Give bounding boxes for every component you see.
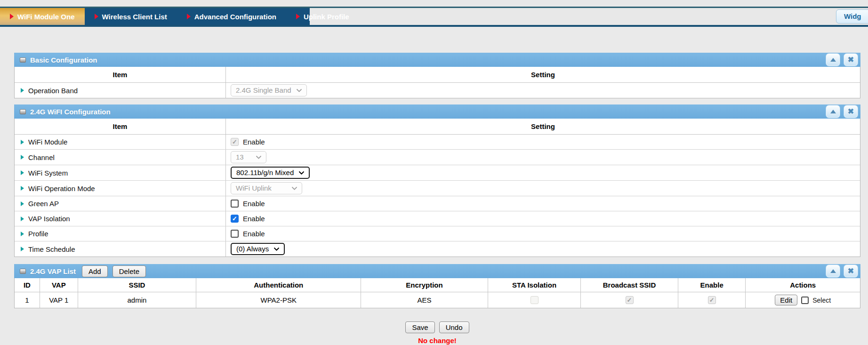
close-section-button[interactable]: ✖: [844, 53, 858, 66]
chevron-down-icon: [296, 88, 302, 92]
vap-list-header: 2.4G VAP List Add Delete ✖: [14, 264, 860, 278]
vap-list-table: ID VAP SSID Authentication Encryption ST…: [14, 278, 860, 308]
vap-id-cell: 1: [15, 292, 40, 308]
item-column-header: Item: [15, 67, 226, 82]
widget-button[interactable]: Widg: [836, 9, 868, 24]
vap-ssid-cell: admin: [78, 292, 196, 308]
tab-wireless-client-list[interactable]: Wireless Client List: [85, 8, 177, 25]
close-icon: ✖: [848, 56, 854, 64]
tab-arrow-icon: [95, 14, 98, 19]
wifi-operation-mode-select: WiFi Uplink: [231, 182, 302, 194]
tab-label: Advanced Configuration: [194, 13, 276, 21]
chevron-down-icon: [256, 155, 262, 159]
vap-encryption-cell: AES: [361, 292, 488, 308]
close-icon: ✖: [848, 267, 854, 275]
column-header-id: ID: [15, 278, 40, 292]
sta-isolation-checkbox: [530, 296, 538, 304]
vap-enable-checkbox: ✓: [708, 296, 716, 304]
item-arrow-icon: [21, 217, 24, 221]
chevron-down-icon: [298, 171, 305, 175]
column-header-actions: Actions: [746, 278, 860, 292]
tab-arrow-icon: [10, 14, 14, 19]
table-header-row: Item Setting: [15, 119, 860, 135]
wifi-system-row: WiFi System 802.11b/g/n Mixed: [15, 165, 860, 181]
column-header-enable: Enable: [678, 278, 746, 292]
item-label: Profile: [28, 230, 48, 238]
chevron-down-icon: [273, 247, 280, 251]
vap-name-cell: VAP 1: [40, 292, 78, 308]
green-ap-row: Green AP Enable: [15, 196, 860, 211]
setting-column-header: Setting: [226, 119, 860, 134]
column-header-sta-isolation: STA Isolation: [488, 278, 581, 292]
item-label: Green AP: [28, 200, 59, 208]
collapse-section-button[interactable]: [826, 53, 840, 66]
item-label: Channel: [28, 153, 55, 161]
tab-arrow-icon: [296, 14, 300, 19]
broadcast-ssid-checkbox: ✓: [626, 296, 634, 304]
add-vap-button[interactable]: Add: [82, 265, 108, 277]
item-label: VAP Isolation: [28, 215, 70, 223]
tab-strip-bottom-line: [0, 25, 868, 27]
router-admin-page: WiFi Module One Wireless Client List Adv…: [0, 0, 868, 345]
section-square-icon: [20, 269, 26, 274]
operation-band-select: 2.4G Single Band: [231, 84, 307, 96]
item-label: WiFi Module: [28, 138, 67, 146]
channel-select: 13: [231, 151, 266, 163]
item-label: Operation Band: [28, 87, 78, 95]
save-button[interactable]: Save: [405, 321, 434, 333]
column-header-encryption: Encryption: [361, 278, 488, 292]
green-ap-enable-checkbox[interactable]: [231, 200, 239, 208]
item-column-header: Item: [15, 119, 226, 134]
section-square-icon: [20, 57, 26, 63]
profile-enable-checkbox[interactable]: [231, 230, 239, 238]
collapse-section-button[interactable]: [826, 105, 840, 118]
column-header-broadcast-ssid: Broadcast SSID: [581, 278, 678, 292]
table-header-row: Item Setting: [15, 67, 860, 83]
triangle-up-icon: [830, 110, 836, 113]
wifi-module-enable-checkbox: ✓: [231, 138, 239, 146]
status-message: No change!: [418, 337, 457, 345]
section-title: 2.4G WiFI Configuration: [30, 108, 111, 116]
item-label: WiFi Operation Mode: [28, 185, 95, 193]
tab-label: Wireless Client List: [102, 13, 167, 21]
tab-strip: WiFi Module One Wireless Client List Adv…: [0, 8, 868, 25]
main-content: Basic Configuration ✖ Item Setting Opera…: [14, 53, 860, 345]
select-vap-checkbox[interactable]: [801, 297, 809, 304]
column-header-authentication: Authentication: [196, 278, 361, 292]
item-label: WiFi System: [28, 169, 68, 177]
footer-actions: Save Undo No change!: [14, 321, 860, 345]
time-schedule-select[interactable]: (0) Always: [231, 243, 285, 255]
tab-wifi-module-one[interactable]: WiFi Module One: [0, 8, 85, 25]
item-arrow-icon: [21, 232, 24, 236]
wifi-configuration-table: Item Setting WiFi Module ✓ Enable Channe…: [14, 119, 860, 257]
collapse-section-button[interactable]: [826, 265, 840, 278]
tab-advanced-configuration[interactable]: Advanced Configuration: [177, 8, 286, 25]
wifi-module-row: WiFi Module ✓ Enable: [15, 135, 860, 150]
tab-arrow-icon: [187, 14, 191, 19]
checkbox-label: Enable: [243, 215, 265, 223]
wifi-system-select[interactable]: 802.11b/g/n Mixed: [231, 167, 310, 179]
section-title: 2.4G VAP List: [30, 267, 76, 275]
checkbox-label: Enable: [243, 200, 265, 208]
delete-vap-button[interactable]: Delete: [113, 265, 146, 277]
channel-row: Channel 13: [15, 150, 860, 165]
setting-column-header: Setting: [226, 67, 860, 82]
operation-band-row: Operation Band 2.4G Single Band: [15, 83, 860, 98]
column-header-ssid: SSID: [78, 278, 196, 292]
checkbox-label: Enable: [243, 138, 265, 146]
section-title: Basic Configuration: [30, 56, 97, 64]
close-section-button[interactable]: ✖: [844, 105, 858, 118]
vap-authentication-cell: WPA2-PSK: [196, 292, 361, 308]
tab-container: WiFi Module One Wireless Client List Adv…: [0, 8, 310, 25]
wifi-operation-mode-row: WiFi Operation Mode WiFi Uplink: [15, 181, 860, 196]
item-arrow-icon: [21, 201, 24, 206]
triangle-up-icon: [830, 58, 836, 62]
section-square-icon: [20, 109, 26, 114]
vap-isolation-enable-checkbox[interactable]: ✓: [231, 215, 239, 223]
edit-vap-button[interactable]: Edit: [775, 295, 797, 305]
close-section-button[interactable]: ✖: [844, 265, 858, 278]
select-checkbox-label: Select: [812, 297, 831, 304]
item-label: Time Schedule: [28, 245, 75, 253]
undo-button[interactable]: Undo: [439, 321, 469, 333]
item-arrow-icon: [21, 170, 24, 175]
